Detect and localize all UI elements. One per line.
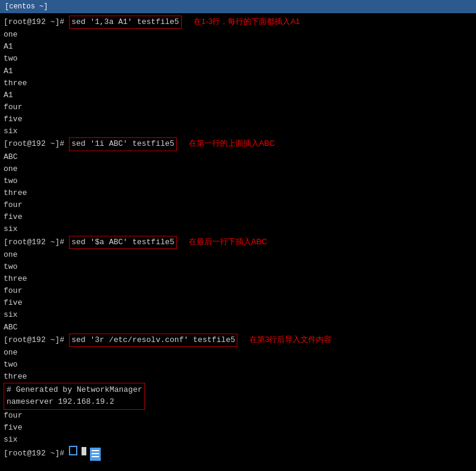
output-2-7: six <box>4 223 472 235</box>
cursor-icon <box>69 446 77 455</box>
output-1-2: A1 <box>4 41 472 53</box>
output-2-3: two <box>4 175 472 187</box>
cursor-block <box>82 447 86 455</box>
output-2-5: four <box>4 199 472 211</box>
output-4-5: five <box>4 422 472 434</box>
output-3-5: five <box>4 297 472 309</box>
command-line-4: [root@192 ~]# sed '3r /etc/resolv.conf' … <box>4 334 472 347</box>
output-4-1: one <box>4 347 472 359</box>
annotation-2: 在第一行的上面插入ABC <box>189 137 275 149</box>
output-3-2: two <box>4 261 472 273</box>
output-2-4: three <box>4 187 472 199</box>
output-2-2: one <box>4 163 472 175</box>
terminal-content[interactable]: [root@192 ~]# sed '1,3a A1' testfile5 在1… <box>0 13 476 471</box>
output-3-1: one <box>4 249 472 261</box>
file-content: # Generated by NetworkManagernameserver … <box>4 383 145 409</box>
prompt-2: [root@192 ~]# <box>4 138 69 150</box>
output-3-3: three <box>4 273 472 285</box>
annotation-3: 在最后一行下插入ABC <box>189 236 267 248</box>
output-3-4: four <box>4 285 472 297</box>
title-bar: [centos ~] <box>0 0 476 13</box>
prompt-1: [root@192 ~]# <box>4 16 69 28</box>
output-1-3: two <box>4 53 472 65</box>
title-label: [centos ~] <box>5 2 48 11</box>
output-4-3: three <box>4 371 472 383</box>
final-prompt-line: [root@192 ~]# <box>4 446 472 461</box>
output-1-6: A1 <box>4 89 472 101</box>
prompt-3: [root@192 ~]# <box>4 236 69 248</box>
file-content-box: # Generated by NetworkManagernameserver … <box>4 383 472 409</box>
doc-icon <box>90 448 101 461</box>
output-2-6: five <box>4 211 472 223</box>
output-1-7: four <box>4 101 472 113</box>
output-1-8: five <box>4 113 472 125</box>
output-1-4: A1 <box>4 65 472 77</box>
command-box-4: sed '3r /etc/resolv.conf' testfile5 <box>69 334 237 347</box>
output-4-6: six <box>4 434 472 446</box>
output-4-2: two <box>4 359 472 371</box>
annotation-4: 在第3行后导入文件内容 <box>249 334 332 346</box>
annotation-1: 在1-3行，每行的下面都插入A1 <box>194 16 300 28</box>
command-line-1: [root@192 ~]# sed '1,3a A1' testfile5 在1… <box>4 16 472 29</box>
command-line-2: [root@192 ~]# sed '1i ABC' testfile5 在第一… <box>4 137 472 151</box>
prompt-4: [root@192 ~]# <box>4 334 69 346</box>
output-3-7: ABC <box>4 322 472 334</box>
final-prompt: [root@192 ~]# <box>4 448 69 460</box>
output-1-5: three <box>4 77 472 89</box>
output-1-9: six <box>4 125 472 137</box>
command-box-1: sed '1,3a A1' testfile5 <box>69 16 181 29</box>
output-3-6: six <box>4 309 472 321</box>
command-box-2: sed '1i ABC' testfile5 <box>69 137 177 151</box>
terminal-window: [centos ~] [root@192 ~]# sed '1,3a A1' t… <box>0 0 476 471</box>
output-4-4: four <box>4 410 472 422</box>
command-box-3: sed '$a ABC' testfile5 <box>69 236 177 249</box>
output-2-1: ABC <box>4 151 472 163</box>
output-1-1: one <box>4 29 472 41</box>
command-line-3: [root@192 ~]# sed '$a ABC' testfile5 在最后… <box>4 236 472 249</box>
